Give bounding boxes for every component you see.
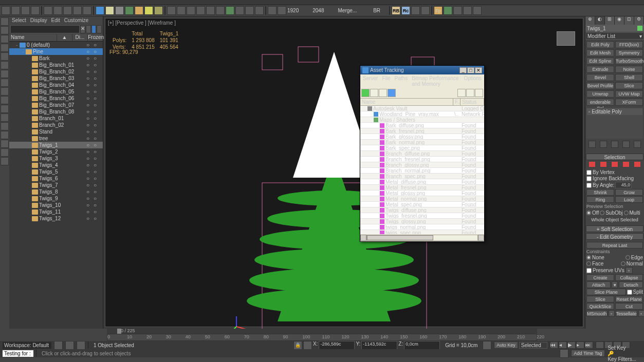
menu-display[interactable]: Display (30, 17, 47, 23)
time-slider[interactable] (107, 329, 537, 334)
asset-row[interactable]: Maps / Shaders (360, 117, 484, 123)
asset-row[interactable]: twigs_spec.png Found (360, 230, 484, 234)
modifier-list[interactable]: Modifier List▾ (585, 32, 644, 40)
tree-row[interactable]: Big_Branch_04 ○○ (9, 82, 103, 88)
asset-row[interactable]: Twigs_glossy.png Found (360, 219, 484, 224)
modifier-btn[interactable]: Extrude (586, 66, 614, 73)
tree-row[interactable]: Twigs_3 ○○ (9, 155, 103, 162)
tree-row[interactable]: Twigs_6 ○○ (9, 175, 103, 182)
tree-row[interactable]: - 0 (default) ○○ (9, 42, 103, 48)
modifier-btn[interactable]: enderable Spl (586, 99, 614, 106)
viewport[interactable]: [+] [Perspective ] [Wireframe ] TotalTwi… (105, 18, 583, 327)
menu-customize[interactable]: Customize (64, 17, 88, 23)
asset-menu-item[interactable]: Bitmap Performance and Memory (412, 75, 459, 87)
tree-row[interactable]: - Pine ○○ (9, 48, 103, 55)
modifier-btn[interactable]: Edit Spline (586, 58, 614, 65)
modifier-btn[interactable]: UVW Map (615, 90, 643, 98)
viewport-label[interactable]: [+] [Perspective ] [Wireframe ] (108, 20, 176, 26)
modifier-btn[interactable]: Bevel (586, 74, 614, 81)
asset-row[interactable]: Metal_diffuse.png Found (360, 179, 484, 185)
close-btn[interactable]: ✕ (475, 67, 482, 73)
asset-menu-item[interactable]: Paths (395, 75, 408, 87)
modifier-btn[interactable]: Bevel Profile (586, 82, 614, 89)
workspace-dd[interactable]: Workspace: Default (3, 342, 51, 349)
asset-row[interactable]: Bark_diffuse.png Found (360, 123, 484, 128)
filter-clear[interactable]: ✕ (80, 25, 85, 33)
asset-row[interactable]: Metal_spec.png Found (360, 202, 484, 207)
tree-row[interactable]: Big_Branch_08 ○○ (9, 108, 103, 115)
play-start[interactable]: ⏮ (550, 341, 558, 349)
modifier-btn[interactable]: Edit Poly (586, 41, 614, 48)
maxscript-input[interactable]: Testing for : (3, 350, 33, 357)
tree-row[interactable]: Twigs_1 ○○ (9, 142, 103, 148)
tree-row[interactable]: Twigs_11 ○○ (9, 208, 103, 215)
window-titlebar[interactable]: Asset Tracking _□✕ (360, 66, 484, 74)
modifier-btn[interactable]: TurboSmooth (615, 58, 643, 65)
asset-row[interactable]: twigs_normal.png Found (360, 224, 484, 230)
tree-row[interactable]: Big_Branch_02 ○○ (9, 68, 103, 75)
asset-row[interactable]: Bark_glossy.png Found (360, 134, 484, 140)
time-ruler[interactable]: 0102030405060708090100110120130140150160… (107, 334, 537, 341)
asset-row[interactable]: Autodesk Vault Logged Out (360, 106, 484, 111)
tree-row[interactable]: Twigs_2 ○○ (9, 148, 103, 155)
asset-menu-item[interactable]: Options (464, 75, 482, 87)
modifier-btn[interactable]: Symmetry (615, 49, 643, 56)
minimize-btn[interactable]: _ (459, 67, 467, 73)
time-tag[interactable]: Add Time Tag (571, 350, 605, 357)
tree-row[interactable]: Big_Branch_03 ○○ (9, 75, 103, 82)
tree-row[interactable]: Twigs_7 ○○ (9, 182, 103, 188)
asset-row[interactable]: Metal_glossy.png Found (360, 190, 484, 196)
asset-row[interactable]: Twigs_diffuse.png Found (360, 207, 484, 213)
setkey-btn[interactable]: Set Key (608, 345, 636, 351)
tool-btn[interactable] (2, 6, 10, 15)
modifier-btn[interactable]: Unwrap UVW (586, 90, 614, 98)
menu-select[interactable]: Select (12, 17, 26, 23)
viewcube[interactable] (557, 31, 575, 46)
modifier-btn[interactable]: FFD(box) (615, 41, 643, 48)
asset-row[interactable]: Bark_fresnel.png Found (360, 128, 484, 134)
modify-tab[interactable]: ◐ (595, 16, 605, 25)
asset-row[interactable]: Branch_glossy.png Found (360, 162, 484, 168)
asset-row[interactable]: Twigs_fresnel.png Found (360, 213, 484, 219)
lock-icon[interactable]: 🔒 (293, 341, 302, 350)
color-swatch[interactable] (637, 26, 642, 31)
selection-rollout[interactable]: Selection (586, 154, 643, 160)
tree-row[interactable]: Twigs_8 ○○ (9, 188, 103, 195)
tree-row[interactable]: tree ○○ (9, 135, 103, 142)
tree-row[interactable]: Twigs_12 ○○ (9, 215, 103, 222)
asset-row[interactable]: Branch_diffuse.png Found (360, 151, 484, 157)
modifier-btn[interactable]: Edit Mesh (586, 49, 614, 56)
filter-input[interactable] (10, 25, 80, 33)
modifier-btn[interactable]: XForm (615, 99, 643, 106)
tree-row[interactable]: Branch_02 ○○ (9, 122, 103, 128)
tree-row[interactable]: Twigs_4 ○○ (9, 162, 103, 168)
asset-menu-item[interactable]: File (382, 75, 390, 87)
merge-btn[interactable]: Merge... (338, 8, 357, 13)
tree-row[interactable]: Twigs_10 ○○ (9, 202, 103, 208)
tree-row[interactable]: Branch_01 ○○ (9, 115, 103, 122)
autokey-btn[interactable]: Auto Key (494, 341, 518, 349)
tree-row[interactable]: Bark ○○ (9, 55, 103, 62)
tree-row[interactable]: Big_Branch_07 ○○ (9, 102, 103, 108)
play-btn[interactable]: ▶ (567, 341, 576, 349)
tree-row[interactable]: Stand ○○ (9, 128, 103, 135)
asset-row[interactable]: Bark_spec.png Found (360, 145, 484, 151)
asset-row[interactable]: Metal_fresnel.png Found (360, 185, 484, 190)
asset-menu-item[interactable]: Server (363, 75, 378, 87)
menu-edit[interactable]: Edit (51, 17, 60, 23)
asset-row[interactable]: Branch_normal.png Found (360, 168, 484, 174)
modifier-btn[interactable]: Noise (615, 66, 643, 73)
asset-row[interactable]: Branch_spec.png Found (360, 174, 484, 179)
maximize-btn[interactable]: □ (467, 67, 474, 73)
asset-row[interactable]: Woodland_Pine_vray.max \..Network Path (360, 111, 484, 117)
tree-row[interactable]: Twigs_9 ○○ (9, 195, 103, 202)
tree-row[interactable]: Twigs_5 ○○ (9, 168, 103, 175)
asset-row[interactable]: Branch_fresnel.png Found (360, 157, 484, 162)
tree-row[interactable]: Big_Branch_06 ○○ (9, 95, 103, 102)
tree-row[interactable]: Big_Branch_01 ○○ (9, 62, 103, 68)
tree-row[interactable]: Big_Branch_05 ○○ (9, 88, 103, 95)
modifier-btn[interactable]: Slice (615, 82, 643, 89)
asset-row[interactable]: Bark_normal.png Found (360, 140, 484, 145)
modifier-btn[interactable]: Shell (615, 74, 643, 81)
asset-row[interactable]: Metal_normal.png Found (360, 196, 484, 202)
